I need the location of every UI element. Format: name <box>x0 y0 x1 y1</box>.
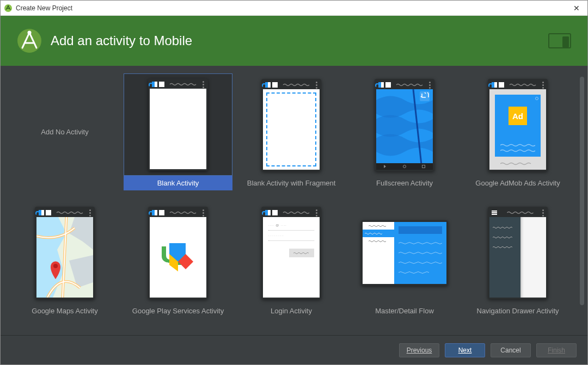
cancel-button[interactable]: Cancel <box>491 343 531 357</box>
activity-label: Google Play Services Activity <box>132 307 224 315</box>
activity-label: Master/Detail Flow <box>375 307 434 315</box>
activity-option-fullscreen[interactable]: Fullscreen Activity <box>350 73 459 190</box>
activity-option-admob[interactable]: Ad Google AdMob Ads Activity <box>463 73 572 190</box>
activity-label: Blank Activity <box>124 176 232 190</box>
svg-point-9 <box>53 264 58 268</box>
activity-thumbnail: ···· @ ···· ········ <box>237 201 346 305</box>
activity-option-login[interactable]: ···· @ ···· ········ Login Activity <box>237 201 346 318</box>
svg-point-3 <box>28 31 32 35</box>
svg-line-6 <box>413 89 422 170</box>
titlebar: Create New Project ✕ <box>1 1 587 16</box>
activity-thumbnail <box>350 73 459 177</box>
activity-option-blank[interactable]: Blank Activity <box>124 73 232 190</box>
activity-option-none[interactable]: Add No Activity <box>10 73 119 190</box>
activity-grid: Add No Activity Bl <box>10 73 570 318</box>
activity-label: Blank Activity with Fragment <box>247 179 336 187</box>
content-area: Add No Activity Bl <box>1 66 587 335</box>
activity-thumbnail <box>463 201 572 305</box>
device-icon <box>548 33 571 48</box>
svg-point-1 <box>8 5 9 6</box>
activity-label: Google AdMob Ads Activity <box>475 179 560 187</box>
activity-thumbnail <box>124 73 232 176</box>
activity-label: Login Activity <box>271 307 312 315</box>
activity-option-play-services[interactable]: Google Play Services Activity <box>124 201 232 318</box>
vertical-scrollbar[interactable] <box>580 77 584 305</box>
android-studio-icon <box>4 4 13 13</box>
activity-thumbnail: Ad <box>463 73 572 177</box>
activity-label: Navigation Drawer Activity <box>477 307 559 315</box>
android-studio-logo <box>17 28 42 53</box>
svg-rect-5 <box>562 36 569 47</box>
activity-grid-scroll: Add No Activity Bl <box>10 73 578 327</box>
activity-thumbnail <box>124 201 232 305</box>
wizard-header: Add an activity to Mobile <box>1 16 587 66</box>
close-button[interactable]: ✕ <box>569 4 584 13</box>
activity-thumbnail <box>237 73 346 177</box>
activity-label: Add No Activity <box>41 128 88 136</box>
activity-label: Fullscreen Activity <box>376 179 433 187</box>
finish-button: Finish <box>536 343 577 357</box>
activity-thumbnail <box>10 201 119 305</box>
wizard-footer: Previous Next Cancel Finish <box>1 335 587 364</box>
activity-option-blank-fragment[interactable]: Blank Activity with Fragment <box>237 73 346 190</box>
dialog-window: Create New Project ✕ Add an activity to … <box>0 0 588 365</box>
window-title: Create New Project <box>16 4 569 12</box>
next-button[interactable]: Next <box>445 343 485 357</box>
header-title: Add an activity to Mobile <box>51 33 548 48</box>
activity-option-master-detail[interactable]: Master/Detail Flow <box>350 201 459 318</box>
activity-option-nav-drawer[interactable]: Navigation Drawer Activity <box>463 201 572 318</box>
activity-thumbnail <box>350 201 459 305</box>
activity-option-maps[interactable]: Google Maps Activity <box>10 201 119 318</box>
activity-label: Google Maps Activity <box>32 307 97 315</box>
previous-button[interactable]: Previous <box>399 343 439 357</box>
